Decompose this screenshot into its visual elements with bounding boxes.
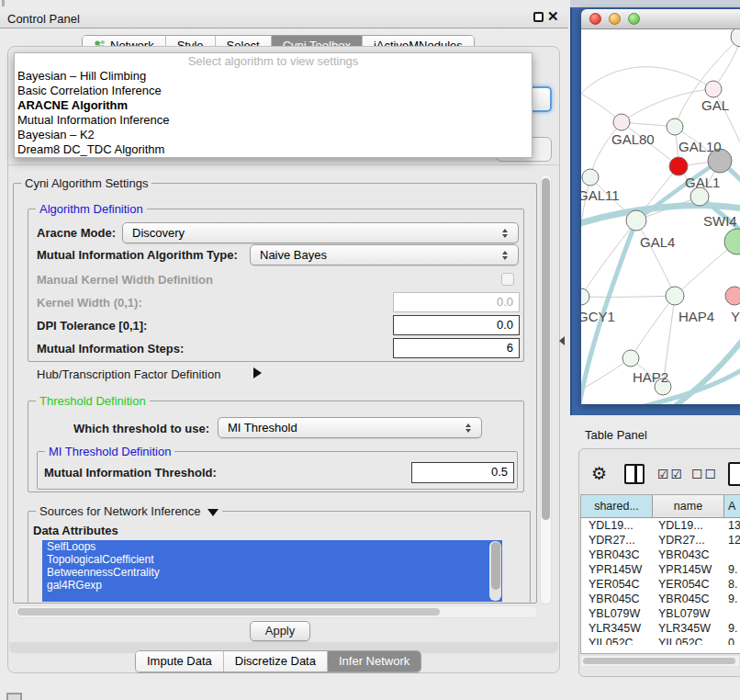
tab-impute-data[interactable]: Impute Data bbox=[136, 651, 224, 672]
collapse-arrow-icon[interactable] bbox=[207, 509, 219, 516]
table-cell[interactable]: YPR145W bbox=[589, 563, 642, 576]
table-cell[interactable]: YIL052C bbox=[658, 637, 703, 645]
node-hap4[interactable] bbox=[666, 287, 684, 305]
mi-steps-label: Mutual Information Steps: bbox=[37, 342, 184, 356]
list-scrollbar-thumb[interactable] bbox=[491, 542, 500, 590]
algorithm-option[interactable]: Dream8 DC_TDC Algorithm bbox=[15, 142, 532, 157]
tab-infer-network[interactable]: Infer Network bbox=[328, 651, 420, 672]
expand-arrow-icon[interactable] bbox=[253, 367, 262, 378]
which-threshold-label: Which threshold to use: bbox=[73, 422, 209, 435]
algorithm-option[interactable]: Bayesian – K2 bbox=[15, 128, 532, 142]
node-gcy1[interactable] bbox=[581, 288, 589, 305]
network-canvas[interactable]: GAL GAL80 GAL10 GAL1 GAL11 SWI4 GAL4 GCY… bbox=[581, 29, 740, 404]
table-cell[interactable]: 0. bbox=[728, 637, 737, 645]
table-cell[interactable]: YIL052C bbox=[589, 637, 633, 645]
table-horizontal-scrollbar[interactable] bbox=[580, 655, 740, 667]
table-cell[interactable]: YLR345W bbox=[589, 622, 641, 635]
table-body-clipped[interactable]: YLR345W YLR345W 9. YIL052C YIL052C 0. bbox=[581, 621, 740, 645]
kernel-width-input[interactable]: 0.0 bbox=[393, 292, 520, 312]
table-cell[interactable]: YDR27... bbox=[658, 534, 705, 547]
node-gal10[interactable] bbox=[667, 119, 683, 135]
attribute-item[interactable]: TopologicalCoefficient bbox=[42, 553, 502, 566]
table-cell[interactable]: YER054C bbox=[658, 578, 710, 591]
network-view-top-strip bbox=[570, 0, 740, 7]
algorithm-option-selected[interactable]: ARACNE Algorithm bbox=[15, 98, 532, 113]
table-cell[interactable]: YBL079W bbox=[658, 607, 710, 620]
table-cell[interactable]: YBR043C bbox=[589, 548, 640, 561]
attribute-item[interactable]: BetweennessCentrality bbox=[42, 566, 502, 579]
kernel-width-label: Kernel Width (0,1): bbox=[37, 296, 142, 310]
attribute-item[interactable]: SelfLoops bbox=[42, 540, 502, 553]
node[interactable] bbox=[731, 29, 740, 47]
close-icon[interactable]: ✕ bbox=[547, 8, 559, 25]
list-scrollbar-track[interactable] bbox=[489, 541, 501, 601]
node-swi4[interactable] bbox=[690, 187, 709, 206]
data-attributes-list[interactable]: SelfLoops TopologicalCoefficient Between… bbox=[42, 540, 502, 602]
tab-discretize-data[interactable]: Discretize Data bbox=[224, 651, 328, 672]
mi-threshold-input[interactable]: 0.5 bbox=[411, 462, 514, 483]
table-cell[interactable]: 9. bbox=[728, 622, 737, 635]
algorithm-definition-title: Algorithm Definition bbox=[36, 202, 147, 216]
panel-vertical-scrollbar[interactable] bbox=[540, 175, 552, 604]
close-traffic-light-icon[interactable] bbox=[589, 13, 601, 25]
spinner-arrows-icon bbox=[498, 251, 512, 260]
table-cell[interactable]: YBL079W bbox=[589, 607, 640, 620]
table-cell[interactable]: YER054C bbox=[589, 578, 640, 591]
column-header-name[interactable]: name bbox=[653, 495, 724, 518]
column-header-shared-name[interactable]: shared... bbox=[581, 495, 653, 518]
gear-icon[interactable]: ⚙ bbox=[591, 463, 607, 484]
manual-kernel-checkbox[interactable] bbox=[501, 273, 514, 286]
table-cell[interactable]: YLR345W bbox=[658, 622, 711, 635]
zoom-traffic-light-icon[interactable] bbox=[628, 13, 640, 25]
dpi-tolerance-input[interactable]: 0.0 bbox=[393, 315, 520, 335]
node-gal4[interactable] bbox=[626, 210, 646, 231]
table-cell[interactable]: YDL19... bbox=[658, 519, 703, 532]
data-attributes-label: Data Attributes bbox=[33, 524, 118, 537]
node-gal1-red[interactable] bbox=[669, 157, 688, 175]
table-cell[interactable]: YDL19... bbox=[589, 519, 633, 532]
table-cell[interactable]: YBR045C bbox=[658, 593, 710, 605]
table-horizontal-scrollbar-thumb[interactable] bbox=[583, 658, 735, 664]
panel-vertical-scrollbar-thumb[interactable] bbox=[542, 178, 550, 520]
panel-horizontal-scrollbar-thumb[interactable] bbox=[17, 608, 440, 615]
table-cell[interactable]: YDR27... bbox=[589, 534, 635, 547]
table-cell[interactable]: YBR045C bbox=[589, 593, 640, 605]
split-pane-collapse-icon[interactable] bbox=[559, 336, 565, 345]
table-cell[interactable]: 9. bbox=[728, 593, 737, 605]
table-cell[interactable]: 8. bbox=[728, 578, 737, 591]
split-columns-icon[interactable] bbox=[624, 464, 645, 484]
minimized-panel-icon[interactable] bbox=[6, 693, 22, 700]
node-hap2[interactable] bbox=[622, 350, 639, 367]
table-cell[interactable]: YBR043C bbox=[658, 548, 710, 561]
unchecked-boxes-icon[interactable]: ☐☐ bbox=[691, 467, 718, 481]
mi-algorithm-type-combobox[interactable]: Naive Bayes bbox=[250, 244, 519, 265]
table-cell[interactable]: 9. bbox=[728, 563, 737, 576]
node-gal-pink[interactable] bbox=[705, 81, 722, 97]
table-cell[interactable]: 13 bbox=[728, 519, 740, 532]
network-window-titlebar[interactable] bbox=[581, 9, 740, 29]
document-icon[interactable] bbox=[728, 462, 740, 486]
algorithm-option[interactable]: Mutual Information Inference bbox=[15, 113, 532, 128]
node-label: HAP4 bbox=[678, 309, 714, 324]
table-body[interactable]: YDL19... YDL19... 13 YDR27... YDR27... 1… bbox=[581, 518, 740, 621]
attribute-item[interactable]: gal4RGexp bbox=[42, 579, 502, 592]
node-gal80[interactable] bbox=[613, 114, 630, 130]
node-salmon[interactable] bbox=[725, 287, 740, 305]
column-header-clipped[interactable]: A bbox=[724, 495, 740, 518]
panel-horizontal-scrollbar[interactable] bbox=[15, 605, 538, 618]
mi-steps-input[interactable]: 6 bbox=[393, 338, 520, 358]
minimize-traffic-light-icon[interactable] bbox=[609, 13, 621, 25]
which-threshold-combobox[interactable]: MI Threshold bbox=[218, 417, 482, 438]
algorithm-option[interactable]: Bayesian – Hill Climbing bbox=[15, 69, 532, 84]
aracne-mode-label: Aracne Mode: bbox=[37, 226, 116, 240]
table-cell[interactable]: 12 bbox=[728, 534, 740, 547]
node-label: GAL4 bbox=[640, 234, 675, 250]
network-window[interactable]: GAL GAL80 GAL10 GAL1 GAL11 SWI4 GAL4 GCY… bbox=[581, 9, 740, 404]
checked-boxes-icon[interactable]: ☑☑ bbox=[657, 467, 684, 481]
aracne-mode-combobox[interactable]: Discovery bbox=[122, 222, 519, 243]
node-gal11[interactable] bbox=[582, 169, 599, 186]
float-window-icon[interactable] bbox=[533, 12, 544, 22]
table-cell[interactable]: YPR145W bbox=[658, 563, 712, 576]
algorithm-option[interactable]: Basic Correlation Inference bbox=[15, 84, 532, 98]
apply-button[interactable]: Apply bbox=[250, 621, 310, 641]
